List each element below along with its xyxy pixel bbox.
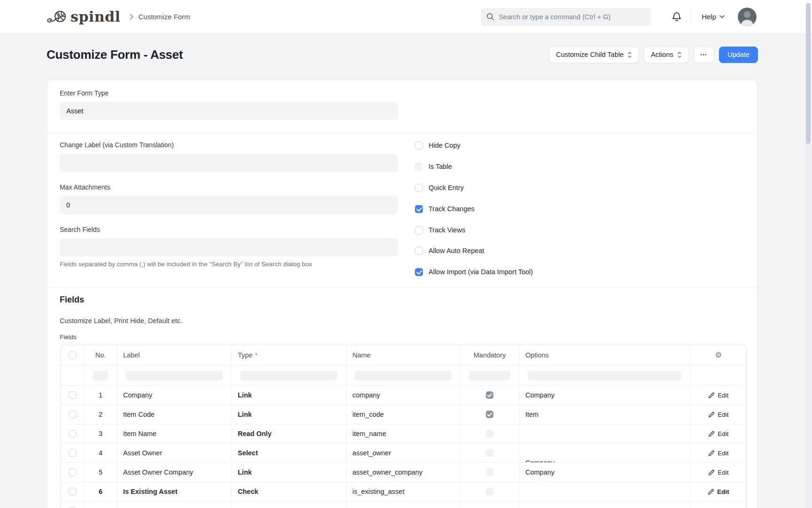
track-changes-label: Track Changes [429,205,475,213]
page-scrollbar-thumb[interactable] [806,3,811,144]
column-header-no: No. [85,345,117,365]
help-menu[interactable]: Help [702,13,725,21]
section-divider [47,287,757,288]
filter-input-mandatory[interactable] [469,371,510,381]
allow-import-checkbox[interactable] [415,268,423,276]
field-name-cell[interactable]: company [346,386,461,405]
type-header-text: Type [238,351,252,359]
field-type-cell[interactable]: Read Only [232,424,346,443]
field-options-cell[interactable]: Company [519,463,690,482]
grid-header-row: No. Label Type * Name Mandatory Options … [61,345,746,365]
pencil-icon [708,469,714,476]
field-type-cell[interactable]: Check [232,482,346,501]
field-label-cell[interactable]: Company [117,386,232,405]
pencil-icon [708,489,714,495]
chevron-down-icon [719,15,725,18]
search-fields-input[interactable] [60,238,398,256]
max-attachments-input[interactable] [60,196,398,214]
row-number: 4 [85,444,117,462]
checkbox-row-is-table[interactable]: Is Table [415,162,452,171]
more-options-button[interactable]: ⋯ [694,47,715,63]
mandatory-checkbox [486,391,493,399]
filter-input-name[interactable] [355,371,452,381]
customize-child-table-button[interactable]: Customize Child Table [549,47,639,63]
filter-input-options[interactable] [528,371,681,381]
row-select-checkbox[interactable] [69,449,76,457]
row-number: 2 [85,405,117,424]
field-type-cell[interactable]: Select [232,444,346,462]
field-row: 4 Asset Owner Select asset_owner Company… [61,444,746,463]
hide-copy-checkbox[interactable] [415,142,423,150]
update-button[interactable]: Update [719,47,758,63]
change-label-input[interactable] [60,154,398,172]
edit-row-button[interactable]: Edit [708,430,728,437]
actions-label: Actions [651,51,673,58]
field-options-cell[interactable]: Company [519,386,690,405]
row-select-checkbox[interactable] [69,468,76,476]
actions-button[interactable]: Actions [644,47,689,63]
section-divider [47,132,757,133]
select-chevrons-icon [677,51,682,58]
row-number: 5 [85,463,117,482]
field-type-cell[interactable]: Link [232,386,346,405]
field-label-cell[interactable]: Asset Owner [117,444,232,462]
select-chevrons-icon [627,51,632,58]
filter-input-label[interactable] [125,371,223,381]
edit-label: Edit [718,430,728,437]
track-views-checkbox[interactable] [415,226,423,234]
field-type-cell[interactable]: Link [232,463,346,482]
search-icon [486,13,494,21]
edit-row-button[interactable]: Edit [708,488,729,495]
field-options-cell[interactable] [519,482,690,501]
edit-row-button[interactable]: Edit [708,450,728,457]
edit-row-button[interactable]: Edit [708,469,728,476]
field-name-cell[interactable]: asset_owner_company [346,463,461,482]
field-label-cell[interactable]: Asset Owner Company [117,463,232,482]
form-type-input[interactable] [60,102,398,120]
field-name-cell[interactable]: item_name [346,424,461,443]
checkbox-row-hide-copy[interactable]: Hide Copy [415,141,461,150]
row-select-checkbox[interactable] [69,488,76,495]
field-options-cell[interactable]: Company [519,444,690,462]
row-select-checkbox[interactable] [69,411,76,418]
edit-label: Edit [718,450,728,457]
allow-auto-repeat-checkbox[interactable] [415,247,423,255]
page-title: Customize Form - Asset [47,48,183,62]
track-changes-checkbox[interactable] [415,205,423,213]
breadcrumb[interactable]: Customize Form [138,13,190,21]
field-label-cell[interactable]: Item Code [117,405,232,424]
search-input[interactable] [499,13,645,21]
field-name-cell[interactable]: asset_owner [346,444,461,462]
field-name-cell[interactable]: item_code [346,405,461,424]
form-type-label: Enter Form Type [60,89,109,97]
row-number: 1 [85,386,117,405]
quick-entry-checkbox[interactable] [415,184,423,192]
edit-row-button[interactable]: Edit [708,392,728,399]
notifications-bell-icon[interactable] [672,12,681,22]
user-avatar[interactable] [738,8,757,26]
customize-child-table-label: Customize Child Table [556,51,624,58]
field-options-cell[interactable]: Item [519,405,690,424]
field-label-cell[interactable]: Is Existing Asset [117,482,232,501]
field-name-cell[interactable]: is_existing_asset [346,482,461,501]
brand-logo[interactable]: spindl [47,8,120,25]
checkbox-row-quick-entry[interactable]: Quick Entry [415,183,464,192]
global-search[interactable] [481,8,651,26]
field-label-cell[interactable]: Item Name [117,424,232,443]
options-text: Company [525,458,554,462]
top-navbar: spindl Customize Form Help [0,0,812,34]
checkbox-row-track-changes[interactable]: Track Changes [415,204,475,214]
checkbox-row-allow-auto-repeat[interactable]: Allow Auto Repeat [415,246,484,255]
required-asterisk: * [255,351,258,359]
edit-row-button[interactable]: Edit [708,411,728,418]
row-select-checkbox[interactable] [69,391,76,399]
checkbox-row-track-views[interactable]: Track Views [415,225,465,235]
filter-input-no[interactable] [93,371,108,381]
checkbox-row-allow-import[interactable]: Allow Import (via Data Import Tool) [415,267,533,277]
field-options-cell[interactable] [519,424,690,443]
grid-settings-gear-icon[interactable]: ⚙ [715,351,722,359]
field-type-cell[interactable]: Link [232,405,346,424]
filter-input-type[interactable] [240,371,337,381]
row-select-checkbox[interactable] [69,430,76,437]
select-all-checkbox[interactable] [69,351,76,359]
